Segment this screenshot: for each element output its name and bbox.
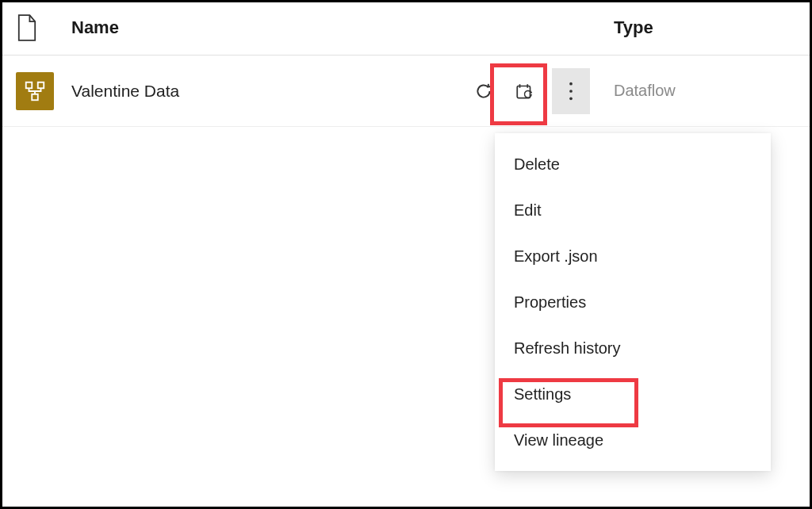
- schedule-refresh-icon: [515, 81, 535, 101]
- svg-rect-1: [38, 82, 44, 88]
- menu-item-settings[interactable]: Settings: [495, 371, 771, 417]
- row-icon-col: [16, 72, 71, 110]
- menu-item-export-json[interactable]: Export .json: [495, 233, 771, 279]
- dataflow-glyph-icon: [23, 79, 47, 103]
- svg-rect-0: [26, 82, 33, 88]
- menu-item-edit[interactable]: Edit: [495, 187, 771, 233]
- header-type-label: Type: [614, 17, 653, 38]
- menu-item-properties[interactable]: Properties: [495, 279, 771, 325]
- header-type-col[interactable]: Type: [590, 17, 796, 38]
- svg-point-6: [569, 97, 573, 100]
- row-name-col: Valentine Data: [71, 82, 416, 101]
- row-actions-col: [416, 68, 590, 114]
- header-name-col[interactable]: Name: [71, 17, 416, 38]
- menu-item-refresh-history[interactable]: Refresh history: [495, 325, 771, 371]
- table-header-row: Name Type: [0, 0, 812, 55]
- dataflow-icon: [16, 72, 54, 110]
- svg-point-4: [569, 82, 573, 85]
- row-name-label: Valentine Data: [71, 82, 179, 101]
- more-options-button[interactable]: [552, 68, 590, 114]
- header-icon-col: [16, 14, 71, 41]
- menu-item-view-lineage[interactable]: View lineage: [495, 417, 771, 463]
- header-name-label: Name: [71, 17, 119, 38]
- vertical-ellipsis-icon: [563, 80, 579, 102]
- svg-rect-3: [517, 86, 530, 98]
- row-type-label: Dataflow: [614, 82, 676, 100]
- svg-point-5: [569, 90, 573, 93]
- refresh-now-button[interactable]: [469, 77, 498, 105]
- svg-rect-2: [32, 94, 38, 100]
- table-row[interactable]: Valentine Data: [0, 55, 812, 127]
- page-icon: [16, 14, 38, 41]
- refresh-icon: [473, 81, 494, 101]
- more-options-menu: Delete Edit Export .json Properties Refr…: [495, 133, 771, 471]
- schedule-refresh-button[interactable]: [511, 77, 539, 105]
- row-type-col: Dataflow: [590, 82, 796, 100]
- menu-item-delete[interactable]: Delete: [495, 141, 771, 187]
- content-table: Name Type Valentine Data: [0, 0, 812, 127]
